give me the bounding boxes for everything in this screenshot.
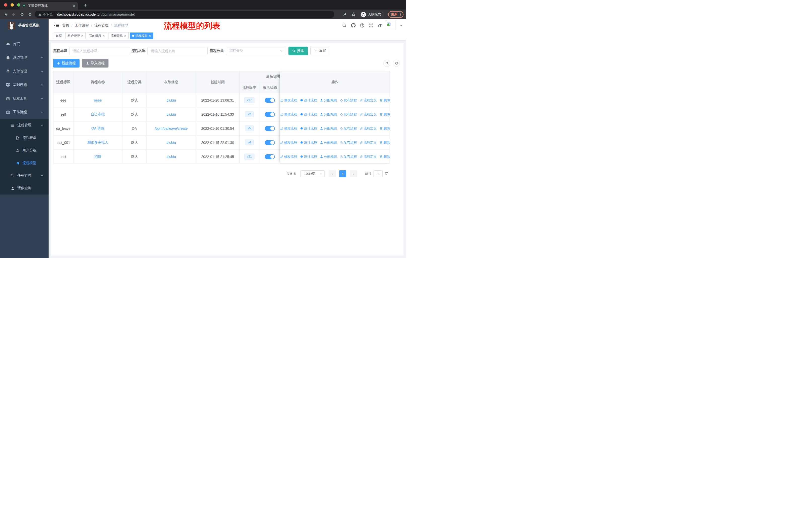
sidebar-item-process-mgmt[interactable]: 流程管理 <box>0 119 49 132</box>
sidebar-item-home[interactable]: 首页 <box>0 37 49 51</box>
action-edit[interactable]: 修改流程 <box>280 126 297 131</box>
category-select[interactable]: 流程分类 <box>226 47 286 55</box>
sidebar-item-devtools[interactable]: 研发工具 <box>0 92 49 105</box>
fullscreen-icon[interactable] <box>369 23 373 28</box>
action-deploy[interactable]: 发布流程 <box>340 155 357 159</box>
forward-icon[interactable] <box>10 11 17 18</box>
sidebar-item-user-group[interactable]: 用户分组 <box>0 144 49 157</box>
create-process-button[interactable]: 新建流程 <box>53 59 80 67</box>
action-edit[interactable]: 修改流程 <box>280 112 297 117</box>
action-delete[interactable]: 删除 <box>380 140 390 145</box>
tab-my-process[interactable]: 我的流程✕ <box>87 32 107 39</box>
password-key-icon[interactable] <box>343 12 347 17</box>
action-delete[interactable]: 删除 <box>380 112 390 117</box>
refresh-button[interactable] <box>393 60 400 67</box>
action-assign-rule[interactable]: 分配规则 <box>320 155 337 159</box>
action-deploy[interactable]: 发布流程 <box>340 112 357 117</box>
action-definition[interactable]: 流程定义 <box>360 98 377 103</box>
next-page-button[interactable]: › <box>350 170 357 178</box>
action-assign-rule[interactable]: 分配规则 <box>320 126 337 131</box>
sidebar-item-workflow[interactable]: 工作流程 <box>0 105 49 119</box>
action-design[interactable]: 设计流程 <box>300 126 317 131</box>
action-delete[interactable]: 删除 <box>380 98 390 103</box>
help-icon[interactable] <box>360 23 365 28</box>
process-name-link[interactable]: 滔博 <box>94 155 102 159</box>
action-design[interactable]: 设计流程 <box>300 112 317 117</box>
minimize-window-button[interactable] <box>10 3 14 6</box>
active-toggle[interactable] <box>265 154 275 159</box>
action-delete[interactable]: 删除 <box>380 155 390 159</box>
version-badge[interactable]: v2 <box>245 111 254 117</box>
action-edit[interactable]: 修改流程 <box>280 155 297 159</box>
sidebar-item-leave-query[interactable]: 请假查询 <box>0 182 49 194</box>
version-badge[interactable]: v17 <box>244 97 255 103</box>
process-id-input[interactable] <box>69 47 129 55</box>
action-design[interactable]: 设计流程 <box>300 155 317 159</box>
version-badge[interactable]: v4 <box>245 140 254 145</box>
new-tab-button[interactable]: + <box>82 2 89 8</box>
action-design[interactable]: 设计流程 <box>300 140 317 145</box>
action-delete[interactable]: 删除 <box>380 126 390 131</box>
breadcrumb-home[interactable]: 首页 <box>62 23 69 28</box>
form-link[interactable]: biubiu <box>166 155 176 159</box>
reset-button[interactable]: 重置 <box>310 47 330 55</box>
action-deploy[interactable]: 发布流程 <box>340 126 357 131</box>
breadcrumb-workflow[interactable]: 工作流程 <box>75 23 89 28</box>
form-link[interactable]: biubiu <box>166 112 176 116</box>
process-name-link[interactable]: 自己审批 <box>91 112 105 116</box>
avatar[interactable] <box>386 21 396 30</box>
action-edit[interactable]: 修改流程 <box>280 140 297 145</box>
close-icon[interactable]: ✕ <box>149 34 151 37</box>
browser-tab[interactable]: 芋道管理系统 ✕ <box>20 2 78 9</box>
hide-search-button[interactable] <box>383 60 390 67</box>
sidebar-collapse-icon[interactable] <box>54 23 59 27</box>
bookmark-star-icon[interactable] <box>351 12 356 17</box>
github-icon[interactable] <box>351 23 356 28</box>
process-name-link[interactable]: eeee <box>94 98 102 102</box>
sidebar-item-process-form[interactable]: 流程表单 <box>0 132 49 144</box>
sidebar-item-system[interactable]: 系统管理 <box>0 51 49 64</box>
process-name-link[interactable]: 测试多审批人 <box>87 140 109 144</box>
process-name-link[interactable]: OA 请假 <box>91 126 104 130</box>
action-definition[interactable]: 流程定义 <box>360 155 377 159</box>
active-toggle[interactable] <box>265 98 275 103</box>
close-icon[interactable]: ✕ <box>81 34 83 37</box>
avatar-caret-icon[interactable]: ▼ <box>400 24 403 27</box>
tab-process-model[interactable]: 流程模型✕ <box>130 32 153 39</box>
version-badge[interactable]: v5 <box>245 126 254 131</box>
breadcrumb-process-mgmt[interactable]: 流程管理 <box>94 23 109 28</box>
sidebar-item-task-mgmt[interactable]: 任务管理 <box>0 169 49 182</box>
reload-icon[interactable] <box>19 11 25 18</box>
search-icon[interactable] <box>342 23 347 28</box>
form-link[interactable]: biubiu <box>166 98 176 102</box>
address-bar[interactable]: 不安全 dashboard.yudao.iocoder.cn/bpm/manag… <box>35 11 334 18</box>
action-edit[interactable]: 修改流程 <box>280 98 297 103</box>
action-assign-rule[interactable]: 分配规则 <box>320 112 337 117</box>
action-deploy[interactable]: 发布流程 <box>340 98 357 103</box>
tab-close-icon[interactable]: ✕ <box>72 4 76 8</box>
action-deploy[interactable]: 发布流程 <box>340 140 357 145</box>
tab-tenant[interactable]: 租户管理✕ <box>65 32 86 39</box>
action-definition[interactable]: 流程定义 <box>360 126 377 131</box>
version-badge[interactable]: v21 <box>244 154 255 159</box>
active-toggle[interactable] <box>265 140 275 145</box>
font-size-icon[interactable]: TT <box>378 23 382 27</box>
sidebar-logo[interactable]: 芋道管理系统 <box>0 19 49 32</box>
action-assign-rule[interactable]: 分配规则 <box>320 98 337 103</box>
close-window-button[interactable] <box>4 3 7 6</box>
tab-process-form[interactable]: 流程表单✕ <box>108 32 128 39</box>
close-icon[interactable]: ✕ <box>124 34 126 37</box>
window-controls[interactable] <box>4 3 20 6</box>
back-icon[interactable] <box>2 11 9 18</box>
browser-update-button[interactable]: 更新 <box>388 11 404 18</box>
sidebar-item-process-model[interactable]: 流程模型 <box>0 157 49 169</box>
sidebar-item-infra[interactable]: 基础设施 <box>0 78 49 92</box>
sidebar-item-payment[interactable]: ¥ 支付管理 <box>0 64 49 78</box>
security-warning[interactable]: 不安全 <box>38 12 53 17</box>
home-icon[interactable] <box>27 11 33 18</box>
close-icon[interactable]: ✕ <box>103 34 105 37</box>
action-assign-rule[interactable]: 分配规则 <box>320 140 337 145</box>
action-design[interactable]: 设计流程 <box>300 98 317 103</box>
action-definition[interactable]: 流程定义 <box>360 140 377 145</box>
active-toggle[interactable] <box>265 112 275 117</box>
